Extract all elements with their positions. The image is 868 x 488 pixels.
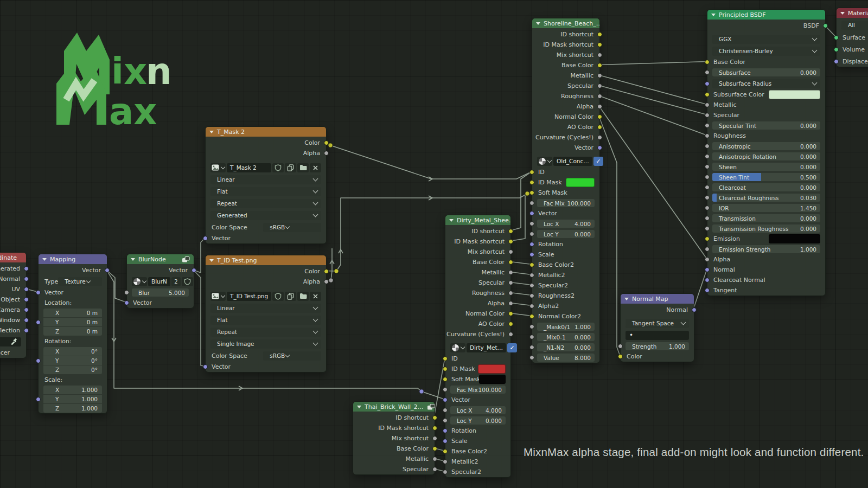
material-datablock-button[interactable] <box>537 157 552 166</box>
slider-blur[interactable]: Blur5.000 <box>132 288 189 297</box>
collapse-triangle-icon[interactable] <box>624 298 629 300</box>
collapse-triangle-icon[interactable] <box>42 258 47 261</box>
dropdown-tangent-space[interactable]: Tangent Space <box>626 319 689 328</box>
socket-out-id-shortcut[interactable] <box>508 229 513 234</box>
socket-out-roughness[interactable] <box>508 291 513 296</box>
socket-in-vector[interactable] <box>529 211 534 216</box>
slider-emission-strength[interactable]: Emission Strength1.000 <box>712 245 820 253</box>
socket-in-specular2[interactable] <box>529 283 534 288</box>
dropdown-repeat[interactable]: Repeat <box>210 199 321 208</box>
socket-out-vector[interactable] <box>597 145 602 150</box>
socket-out-curvature-cycles-[interactable] <box>597 135 602 140</box>
material-name-field[interactable]: BlurN <box>148 277 170 286</box>
socket-in-alpha[interactable] <box>705 257 710 262</box>
slider-loc-x[interactable]: Loc X4.000 <box>450 406 506 414</box>
socket-out-specular[interactable] <box>597 84 602 88</box>
socket-out-normal[interactable] <box>692 307 697 312</box>
dropdown-flat[interactable]: Flat <box>210 316 321 325</box>
socket-in-transmission[interactable] <box>705 216 710 221</box>
dropdown-flat[interactable]: Flat <box>210 187 321 196</box>
vector-component-x[interactable]: X1.000 <box>43 386 102 394</box>
unlink-x-button[interactable] <box>310 163 321 172</box>
slider-loc-y[interactable]: Loc Y0.000 <box>537 230 595 238</box>
socket-in-specular[interactable] <box>705 113 710 118</box>
material-name-field[interactable]: Dirty_Met… <box>467 343 506 352</box>
socket-out-base-color[interactable] <box>432 446 437 451</box>
socket-out-bsdf[interactable] <box>823 23 828 28</box>
socket-out-normal[interactable] <box>24 277 29 281</box>
socket-out-metallic[interactable] <box>597 73 602 78</box>
socket-in-clearcoat-roughness[interactable] <box>705 195 710 200</box>
object-eyedropper-field[interactable] <box>0 337 21 346</box>
reroute-node[interactable] <box>334 269 339 273</box>
socket-out-mix-shortcut[interactable] <box>597 53 602 57</box>
socket-in-scale[interactable] <box>529 252 534 257</box>
node-header-bsdf[interactable]: Principled BSDF <box>707 10 825 20</box>
socket-in-roughness[interactable] <box>705 133 710 138</box>
dropdown-christensen-burley[interactable]: Christensen-Burley <box>712 47 820 56</box>
vector-component-z[interactable]: Z0 m <box>43 327 102 336</box>
slider-sheen-tint[interactable]: Sheen Tint0.500 <box>712 173 820 181</box>
socket-in-base-color2[interactable] <box>443 449 448 454</box>
collapse-triangle-icon[interactable] <box>131 258 135 261</box>
socket-in-id-mask[interactable] <box>443 367 448 371</box>
socket-in-subsurface[interactable] <box>705 70 710 75</box>
slider-transmission-roughness[interactable]: Transmission Roughness0.000 <box>712 224 820 233</box>
socket-in-surface[interactable] <box>834 35 839 40</box>
node-header-texcoord[interactable]: Texture Coordinate <box>0 253 26 262</box>
uv-map-field[interactable]: • <box>626 331 689 340</box>
open-folder-button[interactable] <box>297 292 309 301</box>
collapse-triangle-icon[interactable] <box>840 12 845 15</box>
socket-out-color[interactable] <box>324 140 329 145</box>
reroute-node[interactable] <box>329 278 333 282</box>
socket-in-normal-color2[interactable] <box>529 314 534 319</box>
color-swatch[interactable] <box>769 234 820 243</box>
reroute-node[interactable] <box>419 389 424 394</box>
colorspace-dropdown[interactable]: sRGB <box>263 223 321 232</box>
collapse-triangle-icon[interactable] <box>711 14 716 16</box>
node-header-t_mask2[interactable]: T_Mask 2 <box>206 127 326 137</box>
slider-specular-tint[interactable]: Specular Tint0.000 <box>712 121 820 130</box>
socket-out-alpha[interactable] <box>508 301 513 306</box>
socket-in-emission[interactable] <box>705 236 710 241</box>
vector-component-x[interactable]: X0 m <box>43 309 102 317</box>
fake-user-shield-button[interactable] <box>272 163 284 172</box>
socket-out-specular[interactable] <box>432 467 437 472</box>
node-header-normalmap[interactable]: Normal Map <box>621 294 694 304</box>
socket-in-emission-strength[interactable] <box>705 247 710 252</box>
socket-out-alpha[interactable] <box>324 279 329 284</box>
reroute-node[interactable] <box>525 191 529 196</box>
socket-out-id-shortcut[interactable] <box>597 32 602 37</box>
socket-in-anisotropic[interactable] <box>705 144 710 149</box>
slider-sheen[interactable]: Sheen0.000 <box>712 163 820 171</box>
socket-in-id[interactable] <box>443 356 448 361</box>
socket-in-clearcoat-normal[interactable] <box>705 278 710 282</box>
socket-in-anisotropic-rotation[interactable] <box>705 154 710 159</box>
socket-out-mix-shortcut[interactable] <box>432 436 437 441</box>
slider--mix0-1[interactable]: _Mix0-10.000 <box>537 333 595 341</box>
slider-ior[interactable]: IOR1.450 <box>712 204 820 212</box>
node-header-t_id[interactable]: T_ID Test.png <box>206 255 326 265</box>
socket-in-sheen-tint[interactable] <box>705 175 710 179</box>
socket-in-vector-group[interactable] <box>36 358 41 363</box>
slider--mask0-1[interactable]: _Mask0/11.000 <box>537 323 595 331</box>
collapse-triangle-icon[interactable] <box>536 22 540 25</box>
socket-out-ao-color[interactable] <box>597 125 602 130</box>
socket-in-volume[interactable] <box>834 47 839 52</box>
socket-in-vector[interactable] <box>124 300 129 305</box>
slider-loc-x[interactable]: Loc X4.000 <box>537 220 595 228</box>
socket-in--n1-n2[interactable] <box>529 345 534 350</box>
socket-out-mix-shortcut[interactable] <box>508 249 513 254</box>
socket-in-metallic[interactable] <box>705 102 710 107</box>
slider-clearcoat[interactable]: Clearcoat0.000 <box>712 183 820 191</box>
socket-in-normal[interactable] <box>705 267 710 272</box>
vector-component-x[interactable]: X0° <box>43 347 102 356</box>
copy-button[interactable] <box>285 163 296 172</box>
slider-subsurface[interactable]: Subsurface0.000 <box>712 68 820 76</box>
socket-out-normal-color[interactable] <box>508 311 513 316</box>
socket-in-transmission-roughness[interactable] <box>705 226 710 231</box>
dropdown-all[interactable]: All <box>841 21 868 30</box>
socket-in-rotation[interactable] <box>529 242 534 247</box>
slider--n1-n2[interactable]: _N1-N20.000 <box>537 343 595 351</box>
unlink-x-button[interactable] <box>310 292 321 301</box>
